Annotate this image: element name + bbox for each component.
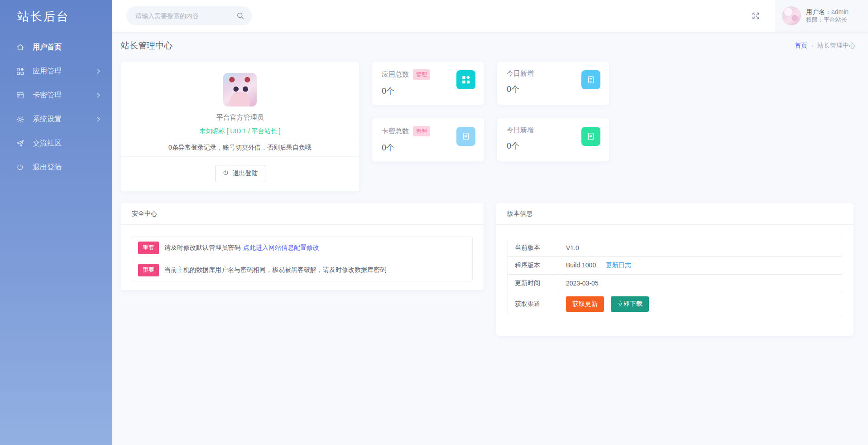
role-value: 平台站长 xyxy=(824,16,847,23)
build-version-cell: Build 1000 更新日志 xyxy=(559,257,842,275)
stat-value: 0个 xyxy=(507,140,534,151)
card-icon xyxy=(15,91,24,100)
stat-label: 今日新增 xyxy=(507,126,534,135)
sidebar-item-label: 系统设置 xyxy=(33,115,62,124)
stat-label: 应用总数 xyxy=(382,70,409,79)
version-table: 当前版本 V1.0 程序版本 Build 1000 更新日志 更新时间 2023… xyxy=(508,239,842,316)
chevron-right-icon xyxy=(96,92,101,100)
stat-label: 卡密总数 xyxy=(382,127,409,135)
security-alert-row: 重要 请及时修改默认管理员密码 点此进入网站信息配置修改 xyxy=(132,237,472,259)
profile-top: 平台官方管理员 未知昵称 [ UID:1 / 平台站长 ] xyxy=(121,62,359,139)
table-row: 获取渠道 获取更新 立即下载 xyxy=(508,292,842,316)
table-row: 更新时间 2023-03-05 xyxy=(508,275,842,292)
power-icon xyxy=(15,163,24,172)
breadcrumb-current: 站长管理中心 xyxy=(817,42,855,50)
paper-plane-icon xyxy=(15,139,24,148)
home-icon xyxy=(15,43,24,52)
stat-label: 今日新增 xyxy=(507,69,534,78)
sidebar-item-label: 用户首页 xyxy=(33,43,62,52)
sidebar: 站长后台 用户首页 应用管理 xyxy=(0,0,112,445)
sidebar-item-card-management[interactable]: 卡密管理 xyxy=(0,83,112,107)
table-row: 当前版本 V1.0 xyxy=(508,239,842,257)
role-line: 权限：平台站长 xyxy=(806,16,849,24)
update-date-value: 2023-03-05 xyxy=(559,275,842,292)
search-bar[interactable] xyxy=(126,6,252,25)
breadcrumb-separator: › xyxy=(811,43,813,49)
changelog-link[interactable]: 更新日志 xyxy=(606,261,631,269)
search-input[interactable] xyxy=(135,12,236,19)
document-icon xyxy=(456,127,475,146)
page-head: 站长管理中心 首页 › 站长管理中心 xyxy=(121,32,855,60)
stats-grid: 应用总数 管理 0个 今日新增 xyxy=(372,62,609,191)
username-line: 用户名：admin xyxy=(806,8,849,16)
stat-card-app-total: 应用总数 管理 0个 xyxy=(372,62,484,105)
sidebar-item-logout[interactable]: 退出登陆 xyxy=(0,155,112,179)
security-alert-row: 重要 当前主机的数据库用户名与密码相同，极易被黑客破解，请及时修改数据库密码 xyxy=(132,259,472,281)
user-avatar xyxy=(782,6,801,25)
download-now-button[interactable]: 立即下载 xyxy=(611,296,649,312)
stat-manage-badge[interactable]: 管理 xyxy=(413,126,430,136)
version-info-title: 版本信息 xyxy=(496,203,854,225)
alert-text: 请及时修改默认管理员密码 xyxy=(164,244,240,252)
security-center-title: 安全中心 xyxy=(121,203,484,225)
sidebar-item-system-settings[interactable]: 系统设置 xyxy=(0,107,112,131)
version-row-label: 更新时间 xyxy=(508,275,559,292)
current-version-value: V1.0 xyxy=(559,239,842,257)
stat-card-key-new-today: 今日新增 0个 xyxy=(497,118,609,161)
security-alert-list: 重要 请及时修改默认管理员密码 点此进入网站信息配置修改 重要 当前主机的数据库… xyxy=(132,237,473,281)
fullscreen-icon[interactable] xyxy=(751,11,761,21)
document-icon xyxy=(581,127,600,146)
stat-value: 0个 xyxy=(382,86,430,97)
chevron-right-icon xyxy=(96,68,101,76)
logout-button[interactable]: 退出登陆 xyxy=(215,165,265,182)
version-row-label: 获取渠道 xyxy=(508,292,559,316)
user-meta: 用户名：admin 权限：平台站长 xyxy=(806,8,849,24)
app-brand-title: 站长后台 xyxy=(0,0,112,33)
stat-card-key-total: 卡密总数 管理 0个 xyxy=(372,118,484,161)
sidebar-item-user-home[interactable]: 用户首页 xyxy=(0,35,112,59)
version-row-label: 当前版本 xyxy=(508,239,559,257)
logout-button-label: 退出登陆 xyxy=(233,169,258,178)
profile-avatar-image xyxy=(223,73,257,106)
alert-text: 当前主机的数据库用户名与密码相同，极易被黑客破解，请及时修改数据库密码 xyxy=(164,266,386,274)
stat-value: 0个 xyxy=(507,84,534,95)
apps-icon xyxy=(15,67,24,76)
get-update-button[interactable]: 获取更新 xyxy=(566,296,604,312)
sidebar-item-label: 卡密管理 xyxy=(33,91,62,100)
main-content: 站长管理中心 首页 › 站长管理中心 平台官方管理员 未知昵称 [ UID:1 … xyxy=(112,32,868,445)
sidebar-item-label: 交流社区 xyxy=(33,139,62,148)
sidebar-item-app-management[interactable]: 应用管理 xyxy=(0,59,112,83)
sidebar-item-community[interactable]: 交流社区 xyxy=(0,131,112,155)
build-version-value: Build 1000 xyxy=(566,261,596,269)
version-info-card: 版本信息 当前版本 V1.0 程序版本 Build 1000 更新日志 xyxy=(496,203,854,336)
power-icon xyxy=(222,169,229,178)
top-bar: 用户名：admin 权限：平台站长 xyxy=(112,0,868,32)
chevron-right-icon xyxy=(96,116,101,124)
important-badge: 重要 xyxy=(138,264,159,276)
security-center-card: 安全中心 重要 请及时修改默认管理员密码 点此进入网站信息配置修改 重要 当前主… xyxy=(121,203,484,290)
profile-warning-line: 0条异常登录记录，账号切莫外借，否则后果自负哦 xyxy=(121,139,359,157)
sidebar-item-label: 退出登陆 xyxy=(33,163,62,172)
stat-manage-badge[interactable]: 管理 xyxy=(413,69,430,80)
profile-uid-line: 未知昵称 [ UID:1 / 平台站长 ] xyxy=(200,127,281,135)
profile-display-name: 平台官方管理员 xyxy=(216,113,264,122)
search-icon[interactable] xyxy=(236,11,245,20)
table-row: 程序版本 Build 1000 更新日志 xyxy=(508,257,842,275)
stat-value: 0个 xyxy=(382,142,430,153)
channel-buttons-cell: 获取更新 立即下载 xyxy=(559,292,842,316)
page-title: 站长管理中心 xyxy=(121,40,173,52)
breadcrumb-home-link[interactable]: 首页 xyxy=(795,42,807,50)
breadcrumb: 首页 › 站长管理中心 xyxy=(795,42,855,50)
user-panel[interactable]: 用户名：admin 权限：平台站长 xyxy=(775,0,868,32)
profile-footer: 退出登陆 xyxy=(121,157,359,190)
version-row-label: 程序版本 xyxy=(508,257,559,275)
sidebar-menu: 用户首页 应用管理 卡密管 xyxy=(0,33,112,179)
app-grid-icon xyxy=(456,70,475,89)
settings-icon xyxy=(15,115,24,124)
profile-card: 平台官方管理员 未知昵称 [ UID:1 / 平台站长 ] 0条异常登录记录，账… xyxy=(121,62,359,191)
site-config-link[interactable]: 点此进入网站信息配置修改 xyxy=(243,244,319,252)
stat-card-app-new-today: 今日新增 0个 xyxy=(497,62,609,105)
sidebar-item-label: 应用管理 xyxy=(33,67,62,76)
important-badge: 重要 xyxy=(138,242,159,254)
document-icon xyxy=(581,70,600,89)
